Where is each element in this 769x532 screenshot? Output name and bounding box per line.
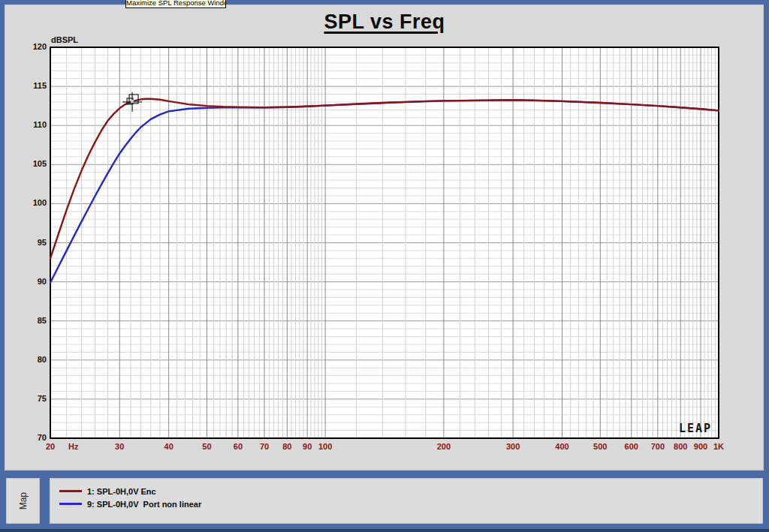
x-tick-label: 60: [234, 442, 243, 451]
x-tick-label: 40: [164, 442, 173, 451]
leap-logo: LEAP: [679, 422, 712, 435]
y-tick-label: 95: [14, 238, 47, 247]
x-tick-label: 20: [46, 442, 55, 451]
y-tick-label: 115: [14, 81, 47, 90]
y-tick-label: 85: [14, 316, 47, 325]
tab-map-label: Map: [18, 492, 29, 509]
tab-map[interactable]: Map: [6, 478, 40, 524]
y-tick-label: 100: [14, 198, 47, 207]
tooltip-text: Maximize SPL Response Window: [126, 0, 225, 7]
x-tick-label: 700: [651, 442, 665, 451]
cursor-marker-icon: [122, 92, 142, 112]
x-tick-label: 70: [260, 442, 269, 451]
x-axis-unit: Hz: [68, 442, 78, 451]
y-tick-label: 80: [14, 355, 47, 364]
legend-label-enc: 1: SPL-0H,0V Enc: [87, 487, 156, 496]
x-tick-label: 50: [202, 442, 211, 451]
x-tick-label: 1K: [713, 442, 724, 451]
legend-label-port: 9: SPL-0H,0V Port non linear: [87, 500, 201, 509]
x-tick-label: 30: [115, 442, 124, 451]
y-tick-label: 90: [14, 277, 47, 286]
x-tick-label: 200: [437, 442, 451, 451]
x-tick-label: 300: [506, 442, 520, 451]
y-tick-label: 120: [14, 42, 47, 51]
x-tick-label: 600: [625, 442, 638, 451]
y-tick-label: 70: [14, 433, 47, 442]
plot-svg[interactable]: LEAP: [50, 47, 719, 439]
legend-panel: 1: SPL-0H,0V Enc 9: SPL-0H,0V Port non l…: [50, 478, 763, 524]
x-tick-label: 900: [694, 442, 707, 451]
x-tick-label: 400: [555, 442, 568, 451]
y-tick-label: 75: [14, 394, 47, 403]
x-tick-label: 80: [282, 442, 291, 451]
page-title: SPL vs Freq: [0, 11, 769, 34]
x-tick-label: 500: [593, 442, 607, 451]
x-tick-label: 90: [303, 442, 312, 451]
legend-swatch-port: [59, 503, 82, 505]
x-tick-label: 100: [318, 442, 332, 451]
legend-swatch-enc: [59, 490, 82, 492]
legend-item: 9: SPL-0H,0V Port non linear: [59, 497, 762, 510]
app-window: { "window": { "tooltip": "Maximize SPL R…: [0, 0, 769, 532]
tooltip: Maximize SPL Response Window: [125, 0, 226, 8]
y-axis-title: dBSPL: [51, 35, 78, 44]
legend-item: 1: SPL-0H,0V Enc: [59, 485, 762, 497]
window-bottom-edge: [0, 529, 769, 532]
y-tick-label: 105: [14, 159, 47, 168]
y-tick-label: 110: [14, 120, 47, 129]
x-tick-label: 800: [674, 442, 687, 451]
